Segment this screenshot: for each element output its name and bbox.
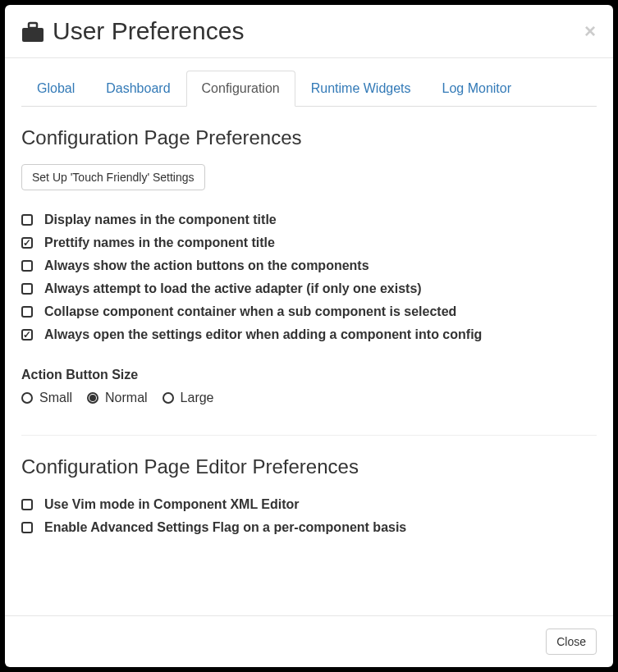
tab-log-monitor[interactable]: Log Monitor [427, 71, 528, 107]
svg-rect-0 [22, 28, 43, 42]
close-icon[interactable]: × [579, 21, 601, 41]
checkbox-icon[interactable] [21, 260, 33, 272]
option-label: Use Vim mode in Component XML Editor [44, 497, 300, 512]
option-label: Prettify names in the component title [44, 235, 275, 250]
radio-label: Normal [105, 391, 148, 405]
option-prettify-names[interactable]: Prettify names in the component title [21, 231, 597, 254]
close-button[interactable]: Close [546, 629, 597, 655]
section-editor-prefs-title: Configuration Page Editor Preferences [21, 455, 597, 478]
action-button-size-group: Small Normal Large [21, 391, 597, 405]
modal-header: User Preferences × [5, 5, 613, 58]
option-always-show-action-buttons[interactable]: Always show the action buttons on the co… [21, 254, 597, 277]
checkbox-icon[interactable] [21, 283, 33, 295]
radio-icon[interactable] [163, 392, 174, 404]
divider [21, 435, 597, 436]
tab-bar: Global Dashboard Configuration Runtime W… [21, 71, 597, 107]
radio-normal[interactable]: Normal [87, 391, 148, 405]
editor-options: Use Vim mode in Component XML Editor Ena… [21, 493, 597, 539]
option-open-settings-editor[interactable]: Always open the settings editor when add… [21, 323, 597, 346]
section-config-page-prefs-title: Configuration Page Preferences [21, 126, 597, 149]
option-label: Display names in the component title [44, 213, 277, 227]
tab-configuration[interactable]: Configuration [186, 71, 295, 107]
radio-label: Large [181, 391, 214, 405]
tab-global[interactable]: Global [21, 71, 90, 107]
touch-friendly-settings-button[interactable]: Set Up 'Touch Friendly' Settings [21, 164, 205, 190]
modal-title-row: User Preferences [21, 17, 244, 45]
radio-large[interactable]: Large [163, 391, 214, 405]
radio-small[interactable]: Small [21, 391, 72, 405]
svg-rect-1 [29, 23, 37, 28]
option-vim-mode[interactable]: Use Vim mode in Component XML Editor [21, 493, 597, 516]
option-label: Always attempt to load the active adapte… [44, 281, 422, 296]
option-display-names[interactable]: Display names in the component title [21, 208, 597, 231]
option-label: Always open the settings editor when add… [44, 327, 482, 342]
option-load-active-adapter[interactable]: Always attempt to load the active adapte… [21, 277, 597, 300]
radio-label: Small [39, 391, 72, 405]
option-label: Enable Advanced Settings Flag on a per-c… [44, 520, 406, 535]
option-label: Collapse component container when a sub … [44, 304, 456, 319]
checkbox-icon[interactable] [21, 522, 33, 533]
checkbox-icon[interactable] [21, 329, 33, 341]
checkbox-icon[interactable] [21, 237, 33, 249]
checkbox-icon[interactable] [21, 214, 33, 226]
radio-icon[interactable] [21, 392, 33, 404]
config-page-options: Display names in the component title Pre… [21, 208, 597, 346]
briefcase-icon [21, 21, 44, 42]
option-collapse-container[interactable]: Collapse component container when a sub … [21, 300, 597, 323]
modal-footer: Close [5, 615, 613, 667]
action-button-size-label: Action Button Size [21, 368, 597, 382]
modal-title: User Preferences [53, 17, 244, 45]
tab-runtime-widgets[interactable]: Runtime Widgets [295, 71, 427, 107]
radio-icon[interactable] [87, 392, 98, 404]
user-preferences-modal: User Preferences × Global Dashboard Conf… [5, 5, 613, 667]
tab-dashboard[interactable]: Dashboard [90, 71, 185, 107]
option-advanced-settings-flag[interactable]: Enable Advanced Settings Flag on a per-c… [21, 516, 597, 539]
checkbox-icon[interactable] [21, 306, 33, 318]
option-label: Always show the action buttons on the co… [44, 258, 369, 273]
modal-body: Global Dashboard Configuration Runtime W… [5, 58, 613, 615]
checkbox-icon[interactable] [21, 499, 33, 510]
